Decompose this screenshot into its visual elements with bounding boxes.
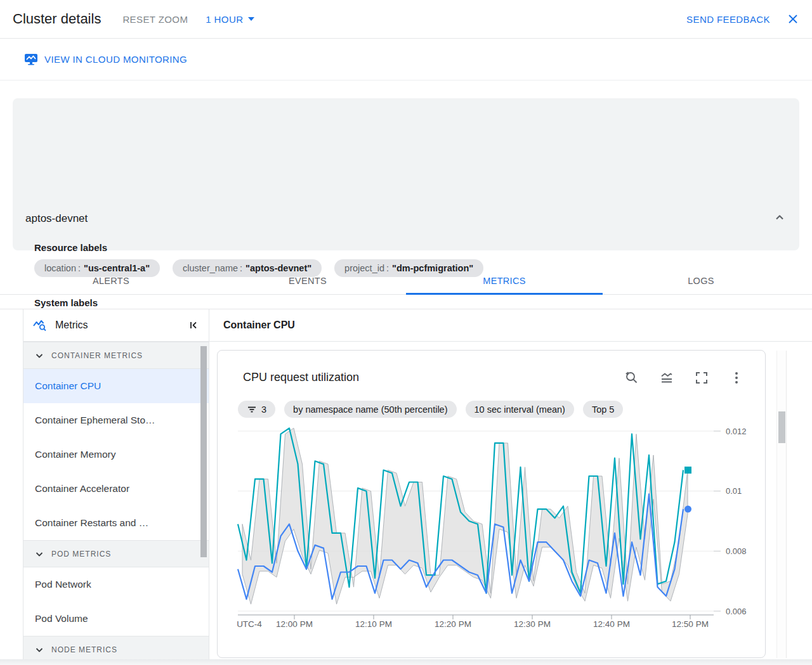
- reset-zoom-button[interactable]: RESET ZOOM: [122, 14, 188, 25]
- area-chart-icon: [659, 370, 674, 385]
- sidebar-item-pod-volume[interactable]: Pod Volume: [23, 602, 209, 636]
- zoom-reset-button[interactable]: [624, 370, 639, 385]
- metrics-main-panel: Container CPU CPU request utilization: [209, 309, 812, 659]
- metric-group-header: Container CPU: [209, 309, 812, 342]
- content-region: Metrics CONTAINER METRICSContainer CPUCo…: [0, 309, 812, 659]
- page-title: Cluster details: [13, 11, 101, 27]
- cluster-name: aptos-devnet: [25, 212, 88, 225]
- more-options-button[interactable]: [729, 370, 744, 385]
- collapse-card-button[interactable]: [771, 210, 788, 226]
- top-bar: Cluster details RESET ZOOM 1 HOUR SEND F…: [0, 0, 812, 39]
- monitoring-icon: [24, 53, 38, 65]
- section-header-pod-metrics[interactable]: POD METRICS: [23, 540, 209, 567]
- svg-text:UTC-4: UTC-4: [237, 619, 262, 629]
- tab-logs[interactable]: LOGS: [603, 266, 799, 295]
- cluster-details-panel: Cluster details RESET ZOOM 1 HOUR SEND F…: [0, 0, 812, 665]
- sidebar-item-container-ephemeral-sto[interactable]: Container Ephemeral Sto…: [23, 403, 209, 437]
- main-scrollbar-thumb[interactable]: [778, 411, 785, 443]
- chevron-down-icon: [35, 351, 44, 360]
- svg-text:0.008: 0.008: [726, 546, 747, 556]
- zoom-reset-icon: [624, 370, 639, 385]
- cluster-summary-card: aptos-devnet Resource labels location:"u…: [13, 98, 799, 250]
- tab-alerts[interactable]: ALERTS: [13, 266, 209, 295]
- sidebar-collapse-button[interactable]: [187, 319, 200, 332]
- chevron-down-icon: [35, 550, 44, 558]
- time-range-dropdown[interactable]: 1 HOUR: [206, 14, 254, 25]
- chart-actions: [624, 370, 744, 385]
- svg-text:0.012: 0.012: [726, 427, 747, 436]
- tab-bar: ALERTSEVENTSMETRICSLOGS: [13, 266, 799, 295]
- chart-card: CPU request utilization: [217, 350, 766, 658]
- metrics-chart-icon: [32, 318, 48, 333]
- sidebar-scrollbar-thumb[interactable]: [200, 346, 207, 557]
- section-header-node-metrics[interactable]: NODE METRICS: [23, 636, 209, 659]
- svg-text:12:50 PM: 12:50 PM: [672, 619, 709, 629]
- svg-text:0.01: 0.01: [726, 486, 742, 496]
- section-label: NODE METRICS: [51, 645, 117, 654]
- svg-text:12:10 PM: 12:10 PM: [355, 619, 392, 629]
- sidebar-item-container-accelerator[interactable]: Container Accelerator: [23, 472, 209, 506]
- more-vert-icon: [729, 370, 744, 385]
- metrics-sidebar: Metrics CONTAINER METRICSContainer CPUCo…: [23, 309, 209, 659]
- section-label: CONTAINER METRICS: [51, 351, 143, 360]
- tab-events[interactable]: EVENTS: [209, 266, 406, 295]
- resource-labels-title: Resource labels: [34, 242, 107, 253]
- svg-text:12:20 PM: 12:20 PM: [435, 619, 471, 629]
- metric-group-title: Container CPU: [223, 320, 295, 331]
- svg-text:12:30 PM: 12:30 PM: [514, 619, 551, 629]
- sidebar-title: Metrics: [55, 320, 88, 331]
- chevron-down-icon: [35, 645, 44, 654]
- chart-title: CPU request utilization: [243, 371, 359, 384]
- collapse-left-icon: [187, 319, 200, 332]
- sidebar-header: Metrics: [23, 309, 209, 342]
- chart-type-button[interactable]: [659, 370, 674, 385]
- fullscreen-icon: [694, 370, 709, 385]
- sidebar-scrollbar[interactable]: [200, 343, 207, 659]
- main-scrollbar[interactable]: [776, 351, 787, 658]
- sidebar-item-container-memory[interactable]: Container Memory: [23, 437, 209, 472]
- chevron-down-icon: [248, 17, 254, 21]
- sidebar-item-container-restarts-and[interactable]: Container Restarts and …: [23, 506, 209, 540]
- view-in-cloud-monitoring-link[interactable]: VIEW IN CLOUD MONITORING: [24, 53, 187, 65]
- tab-metrics[interactable]: METRICS: [406, 266, 603, 295]
- view-link-label: VIEW IN CLOUD MONITORING: [44, 54, 187, 65]
- fullscreen-button[interactable]: [694, 370, 709, 385]
- cpu-utilization-chart[interactable]: 0.0120.010.0080.006UTC-412:00 PM12:10 PM…: [218, 411, 765, 657]
- section-header-container-metrics[interactable]: CONTAINER METRICS: [23, 342, 209, 369]
- sidebar-item-pod-network[interactable]: Pod Network: [23, 567, 209, 602]
- metrics-list: CONTAINER METRICSContainer CPUContainer …: [23, 342, 209, 659]
- close-icon: [787, 13, 799, 25]
- close-button[interactable]: [784, 10, 802, 28]
- svg-text:0.006: 0.006: [726, 607, 747, 616]
- svg-text:12:40 PM: 12:40 PM: [593, 619, 630, 629]
- system-labels-title: System labels: [34, 297, 98, 308]
- panel-bottom-edge: [0, 659, 812, 665]
- sidebar-item-container-cpu[interactable]: Container CPU: [23, 369, 209, 403]
- monitoring-link-row: VIEW IN CLOUD MONITORING: [0, 39, 812, 81]
- time-range-value: 1 HOUR: [206, 14, 243, 25]
- svg-text:12:00 PM: 12:00 PM: [276, 619, 313, 629]
- section-label: POD METRICS: [51, 550, 111, 558]
- send-feedback-button[interactable]: SEND FEEDBACK: [686, 14, 770, 25]
- chevron-up-icon: [772, 210, 787, 225]
